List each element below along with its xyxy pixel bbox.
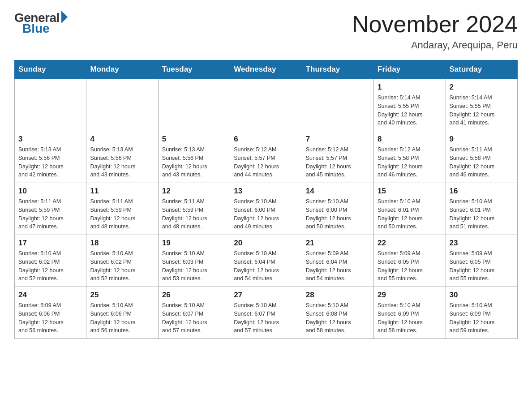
day-info: Sunrise: 5:12 AMSunset: 5:58 PMDaylight:… [378, 146, 442, 179]
day-number: 22 [378, 239, 442, 248]
day-number: 21 [306, 239, 370, 248]
day-info: Sunrise: 5:14 AMSunset: 5:55 PMDaylight:… [450, 94, 514, 127]
calendar-cell: 22Sunrise: 5:09 AMSunset: 6:05 PMDayligh… [374, 235, 446, 287]
day-number: 10 [18, 187, 82, 196]
day-number: 26 [162, 291, 226, 300]
day-info: Sunrise: 5:10 AMSunset: 6:07 PMDaylight:… [234, 301, 298, 335]
day-header-wednesday: Wednesday [230, 60, 302, 79]
calendar-header-row: SundayMondayTuesdayWednesdayThursdayFrid… [15, 60, 518, 79]
day-number: 13 [234, 187, 298, 196]
day-header-tuesday: Tuesday [158, 60, 230, 79]
calendar-cell: 12Sunrise: 5:11 AMSunset: 5:59 PMDayligh… [158, 183, 230, 235]
week-row-5: 24Sunrise: 5:09 AMSunset: 6:06 PMDayligh… [15, 287, 518, 339]
day-info: Sunrise: 5:11 AMSunset: 5:58 PMDaylight:… [450, 146, 514, 179]
calendar-cell: 21Sunrise: 5:09 AMSunset: 6:04 PMDayligh… [302, 235, 373, 287]
calendar-cell: 11Sunrise: 5:11 AMSunset: 5:59 PMDayligh… [86, 183, 158, 235]
page-header: General Blue November 2024 Andaray, Areq… [14, 11, 518, 51]
calendar-cell: 7Sunrise: 5:12 AMSunset: 5:57 PMDaylight… [302, 131, 373, 183]
day-number: 9 [450, 135, 514, 144]
day-number: 6 [234, 135, 298, 144]
calendar-cell [230, 79, 302, 131]
calendar-cell: 4Sunrise: 5:13 AMSunset: 5:56 PMDaylight… [86, 131, 158, 183]
day-number: 29 [378, 291, 442, 300]
calendar-cell: 3Sunrise: 5:13 AMSunset: 5:56 PMDaylight… [15, 131, 86, 183]
day-header-monday: Monday [86, 60, 158, 79]
day-number: 14 [306, 187, 370, 196]
day-info: Sunrise: 5:10 AMSunset: 6:02 PMDaylight:… [18, 249, 82, 283]
calendar-cell: 15Sunrise: 5:10 AMSunset: 6:01 PMDayligh… [374, 183, 446, 235]
calendar-cell: 18Sunrise: 5:10 AMSunset: 6:02 PMDayligh… [86, 235, 158, 287]
day-info: Sunrise: 5:10 AMSunset: 6:09 PMDaylight:… [378, 301, 442, 335]
calendar-cell: 14Sunrise: 5:10 AMSunset: 6:00 PMDayligh… [302, 183, 373, 235]
day-info: Sunrise: 5:09 AMSunset: 6:05 PMDaylight:… [378, 249, 442, 283]
calendar-cell: 27Sunrise: 5:10 AMSunset: 6:07 PMDayligh… [230, 287, 302, 339]
day-info: Sunrise: 5:10 AMSunset: 6:00 PMDaylight:… [306, 197, 370, 231]
day-info: Sunrise: 5:09 AMSunset: 6:04 PMDaylight:… [306, 249, 370, 283]
week-row-4: 17Sunrise: 5:10 AMSunset: 6:02 PMDayligh… [15, 235, 518, 287]
calendar-cell: 13Sunrise: 5:10 AMSunset: 6:00 PMDayligh… [230, 183, 302, 235]
day-info: Sunrise: 5:10 AMSunset: 6:06 PMDaylight:… [90, 301, 154, 335]
calendar-cell: 19Sunrise: 5:10 AMSunset: 6:03 PMDayligh… [158, 235, 230, 287]
day-header-sunday: Sunday [15, 60, 86, 79]
day-info: Sunrise: 5:11 AMSunset: 5:59 PMDaylight:… [18, 197, 82, 231]
day-info: Sunrise: 5:11 AMSunset: 5:59 PMDaylight:… [90, 197, 154, 231]
day-number: 7 [306, 135, 370, 144]
calendar-cell: 10Sunrise: 5:11 AMSunset: 5:59 PMDayligh… [15, 183, 86, 235]
calendar-cell [86, 79, 158, 131]
day-info: Sunrise: 5:10 AMSunset: 6:03 PMDaylight:… [162, 249, 226, 283]
month-title: November 2024 [352, 11, 518, 38]
day-info: Sunrise: 5:10 AMSunset: 6:09 PMDaylight:… [450, 301, 514, 335]
day-number: 30 [450, 291, 514, 300]
calendar-cell [158, 79, 230, 131]
day-info: Sunrise: 5:11 AMSunset: 5:59 PMDaylight:… [162, 197, 226, 231]
calendar-cell: 2Sunrise: 5:14 AMSunset: 5:55 PMDaylight… [446, 79, 517, 131]
calendar-cell: 6Sunrise: 5:12 AMSunset: 5:57 PMDaylight… [230, 131, 302, 183]
logo: General Blue [14, 11, 68, 36]
logo-triangle-icon [61, 11, 68, 23]
calendar-cell: 16Sunrise: 5:10 AMSunset: 6:01 PMDayligh… [446, 183, 517, 235]
day-number: 3 [18, 135, 82, 144]
calendar-cell: 5Sunrise: 5:13 AMSunset: 5:56 PMDaylight… [158, 131, 230, 183]
calendar-cell [302, 79, 373, 131]
day-info: Sunrise: 5:10 AMSunset: 6:01 PMDaylight:… [450, 197, 514, 231]
day-info: Sunrise: 5:12 AMSunset: 5:57 PMDaylight:… [306, 146, 370, 179]
calendar-cell: 17Sunrise: 5:10 AMSunset: 6:02 PMDayligh… [15, 235, 86, 287]
day-header-saturday: Saturday [446, 60, 517, 79]
calendar-cell: 29Sunrise: 5:10 AMSunset: 6:09 PMDayligh… [374, 287, 446, 339]
day-info: Sunrise: 5:10 AMSunset: 6:04 PMDaylight:… [234, 249, 298, 283]
day-info: Sunrise: 5:13 AMSunset: 5:56 PMDaylight:… [18, 146, 82, 179]
logo-blue-text: Blue [22, 21, 50, 36]
calendar-cell [15, 79, 86, 131]
day-number: 16 [450, 187, 514, 196]
day-number: 19 [162, 239, 226, 248]
week-row-2: 3Sunrise: 5:13 AMSunset: 5:56 PMDaylight… [15, 131, 518, 183]
calendar-cell: 9Sunrise: 5:11 AMSunset: 5:58 PMDaylight… [446, 131, 517, 183]
day-number: 27 [234, 291, 298, 300]
day-number: 15 [378, 187, 442, 196]
day-number: 2 [450, 83, 514, 92]
calendar-cell: 8Sunrise: 5:12 AMSunset: 5:58 PMDaylight… [374, 131, 446, 183]
title-section: November 2024 Andaray, Arequipa, Peru [352, 11, 518, 51]
calendar-cell: 23Sunrise: 5:09 AMSunset: 6:05 PMDayligh… [446, 235, 517, 287]
calendar-cell: 25Sunrise: 5:10 AMSunset: 6:06 PMDayligh… [86, 287, 158, 339]
day-info: Sunrise: 5:10 AMSunset: 6:02 PMDaylight:… [90, 249, 154, 283]
day-number: 17 [18, 239, 82, 248]
calendar-cell: 20Sunrise: 5:10 AMSunset: 6:04 PMDayligh… [230, 235, 302, 287]
day-info: Sunrise: 5:12 AMSunset: 5:57 PMDaylight:… [234, 146, 298, 179]
day-number: 12 [162, 187, 226, 196]
day-header-friday: Friday [374, 60, 446, 79]
day-info: Sunrise: 5:09 AMSunset: 6:05 PMDaylight:… [450, 249, 514, 283]
day-number: 18 [90, 239, 154, 248]
day-number: 25 [90, 291, 154, 300]
day-info: Sunrise: 5:13 AMSunset: 5:56 PMDaylight:… [90, 146, 154, 179]
calendar-cell: 28Sunrise: 5:10 AMSunset: 6:08 PMDayligh… [302, 287, 373, 339]
day-number: 8 [378, 135, 442, 144]
day-number: 5 [162, 135, 226, 144]
day-number: 28 [306, 291, 370, 300]
day-header-thursday: Thursday [302, 60, 373, 79]
day-number: 1 [378, 83, 442, 92]
calendar-cell: 1Sunrise: 5:14 AMSunset: 5:55 PMDaylight… [374, 79, 446, 131]
day-info: Sunrise: 5:13 AMSunset: 5:56 PMDaylight:… [162, 146, 226, 179]
day-info: Sunrise: 5:10 AMSunset: 6:00 PMDaylight:… [234, 197, 298, 231]
location-text: Andaray, Arequipa, Peru [352, 39, 518, 51]
